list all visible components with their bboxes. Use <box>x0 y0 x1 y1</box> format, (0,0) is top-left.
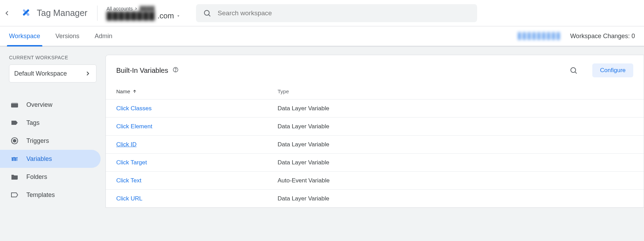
container-id-redacted <box>518 32 560 40</box>
main-panel: Built-In Variables Configure Name Type C <box>105 46 644 241</box>
sidebar-item-variables[interactable]: Variables <box>0 150 101 168</box>
svg-point-8 <box>175 71 176 71</box>
sidebar-item-folders[interactable]: Folders <box>0 168 101 186</box>
variable-type: Data Layer Variable <box>278 105 633 112</box>
gtm-logo-icon <box>20 7 32 20</box>
table-row[interactable]: Click Target Data Layer Variable <box>106 153 644 171</box>
sidebar-item-overview[interactable]: Overview <box>0 96 101 114</box>
svg-point-9 <box>571 68 576 72</box>
variable-type: Data Layer Variable <box>278 159 633 166</box>
sidebar-item-label: Variables <box>26 155 52 163</box>
column-header-name[interactable]: Name <box>116 88 278 94</box>
caret-down-icon <box>176 14 181 18</box>
variable-icon <box>10 155 19 163</box>
table-row[interactable]: Click URL Data Layer Variable <box>106 189 644 207</box>
top-bar: Tag Manager All accounts ████ ████████ .… <box>0 0 644 26</box>
vertical-divider <box>97 6 98 21</box>
table-row[interactable]: Click ID Data Layer Variable <box>106 135 644 153</box>
folder-icon <box>10 173 19 181</box>
chevron-right-icon <box>84 70 91 77</box>
sidebar-item-label: Overview <box>26 101 52 109</box>
sidebar-item-label: Triggers <box>26 137 49 145</box>
variable-name-link[interactable]: Click Text <box>116 177 278 184</box>
svg-point-3 <box>204 10 209 15</box>
variable-name-link[interactable]: Click Element <box>116 123 278 130</box>
sidebar: CURRENT WORKSPACE Default Workspace Over… <box>0 46 105 241</box>
table-search-button[interactable] <box>566 63 581 78</box>
sidebar-item-tags[interactable]: Tags <box>0 114 101 132</box>
configure-button[interactable]: Configure <box>592 63 633 77</box>
workspace-changes-count: 0 <box>632 33 635 40</box>
table-row[interactable]: Click Element Data Layer Variable <box>106 117 644 135</box>
sidebar-item-templates[interactable]: Templates <box>0 186 101 204</box>
variable-name-link[interactable]: Click URL <box>116 195 278 202</box>
search-icon <box>203 9 211 17</box>
chevron-right-icon <box>134 7 138 11</box>
template-icon <box>10 191 19 199</box>
svg-line-4 <box>209 15 211 16</box>
workspace-changes: Workspace Changes: 0 <box>570 33 635 40</box>
svg-point-6 <box>13 139 16 142</box>
container-name-redacted: ████████ <box>107 11 155 20</box>
sidebar-item-label: Templates <box>26 191 55 199</box>
tab-admin[interactable]: Admin <box>95 26 112 46</box>
trigger-icon <box>10 137 19 145</box>
tag-icon <box>10 119 19 127</box>
variable-type: Auto-Event Variable <box>278 177 633 184</box>
sidebar-nav: Overview Tags Triggers Variables Folders… <box>9 96 101 204</box>
column-header-name-label: Name <box>116 88 130 94</box>
tab-workspace[interactable]: Workspace <box>9 26 40 46</box>
body: CURRENT WORKSPACE Default Workspace Over… <box>0 46 644 241</box>
column-header-type[interactable]: Type <box>278 88 633 94</box>
builtin-variables-card: Built-In Variables Configure Name Type C <box>105 55 644 208</box>
help-icon[interactable] <box>172 67 179 74</box>
sort-asc-icon <box>132 89 137 94</box>
account-name-redacted: ████ <box>139 6 155 11</box>
logo-area: Tag Manager <box>14 7 94 20</box>
variable-name-link[interactable]: Click ID <box>116 141 278 148</box>
back-button[interactable] <box>0 9 14 17</box>
variable-type: Data Layer Variable <box>278 195 633 202</box>
search-icon <box>569 66 578 75</box>
tab-versions[interactable]: Versions <box>56 26 79 46</box>
workspace-selector-label: Default Workspace <box>14 70 67 77</box>
search-input[interactable] <box>218 9 470 17</box>
overview-icon <box>10 101 19 109</box>
workspace-selector[interactable]: Default Workspace <box>9 64 96 83</box>
sidebar-item-label: Tags <box>26 119 40 127</box>
table-row[interactable]: Click Classes Data Layer Variable <box>106 99 644 117</box>
table-row[interactable]: Click Text Auto-Event Variable <box>106 171 644 189</box>
variable-type: Data Layer Variable <box>278 141 633 148</box>
sidebar-item-label: Folders <box>26 173 47 181</box>
variable-name-link[interactable]: Click Classes <box>116 105 278 112</box>
card-header: Built-In Variables Configure <box>106 55 644 81</box>
variable-type: Data Layer Variable <box>278 123 633 130</box>
breadcrumb-prefix: All accounts <box>107 6 133 11</box>
table-header: Name Type <box>106 81 644 99</box>
svg-line-10 <box>575 72 577 74</box>
card-title: Built-In Variables <box>116 67 168 75</box>
app-title: Tag Manager <box>37 8 87 18</box>
search-box[interactable] <box>196 4 477 22</box>
arrow-left-icon <box>3 9 11 17</box>
account-switcher[interactable]: All accounts ████ ████████ .com <box>101 6 186 20</box>
variable-name-link[interactable]: Click Target <box>116 159 278 166</box>
sub-nav: Workspace Versions Admin Workspace Chang… <box>0 26 644 46</box>
workspace-changes-label: Workspace Changes: <box>570 33 630 40</box>
sidebar-item-triggers[interactable]: Triggers <box>0 132 101 150</box>
container-suffix: .com <box>158 11 174 20</box>
sidebar-section-title: CURRENT WORKSPACE <box>9 55 101 60</box>
